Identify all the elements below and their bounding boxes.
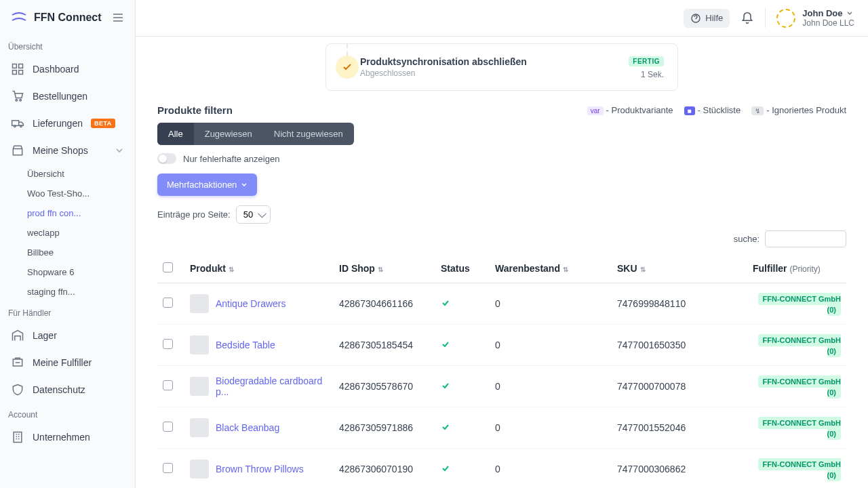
sort-icon[interactable]: ⇅ [563, 266, 568, 273]
svg-point-4 [16, 100, 17, 102]
nav-shop-5[interactable]: Shopware 6 [0, 262, 135, 282]
svg-point-8 [20, 125, 22, 127]
row-checkbox[interactable] [163, 463, 173, 473]
row-checkbox[interactable] [163, 380, 173, 390]
nav-label: Bestellungen [33, 91, 87, 102]
product-thumb [190, 460, 209, 479]
nav-shop-3[interactable]: weclapp [0, 223, 135, 243]
help-button[interactable]: Hilfe [684, 9, 730, 28]
cell-sku: 7477001552046 [612, 407, 747, 449]
row-checkbox[interactable] [163, 422, 173, 432]
user-menu[interactable]: John Doe John Doe LLC [765, 8, 854, 28]
svg-point-5 [20, 100, 22, 102]
nav-shop-4[interactable]: Billbee [0, 243, 135, 262]
building-icon [11, 430, 24, 444]
sort-icon[interactable]: ⇅ [640, 266, 646, 273]
sidebar: FFN Connect Übersicht Dashboard Bestellu… [0, 0, 136, 488]
fulfiller-badge: FFN-CONNECT GmbH (0) [758, 334, 842, 357]
nav-shop-0[interactable]: Übersicht [0, 164, 135, 184]
svg-rect-2 [13, 70, 17, 75]
nav-fulfiller[interactable]: Meine Fulfiller [0, 349, 135, 376]
legend-ign-text: - Ignoriertes Produkt [766, 105, 846, 115]
chevron-down-icon [241, 182, 248, 188]
svg-rect-10 [14, 432, 22, 443]
chevron-down-icon [115, 146, 124, 155]
bulk-actions-button[interactable]: Mehrfachaktionen [157, 174, 257, 196]
help-label: Hilfe [705, 13, 723, 23]
sort-icon[interactable]: ⇅ [229, 266, 234, 273]
product-link[interactable]: Brown Throw Pillows [216, 464, 304, 474]
nav-orders[interactable]: Bestellungen [0, 83, 135, 110]
bulk-label: Mehrfachaktionen [167, 180, 237, 190]
col-priority: (Priority) [789, 264, 820, 274]
nav-dashboard[interactable]: Dashboard [0, 56, 135, 83]
nav-myshops[interactable]: Meine Shops [0, 137, 135, 164]
shield-icon [11, 383, 24, 396]
legend-var-text: - Produktvariante [606, 105, 673, 115]
per-page-select[interactable]: 50 [236, 205, 271, 224]
table-row: Brown Throw Pillows428673060701900747700… [157, 449, 846, 489]
cell-sku: 7477000700078 [612, 366, 747, 407]
hamburger-icon[interactable] [112, 12, 124, 24]
row-checkbox[interactable] [163, 339, 173, 349]
table-row: Biodegradable cardboard p...428673055786… [157, 366, 846, 407]
sync-status-badge: FERTIG [629, 56, 664, 66]
product-link[interactable]: Antique Drawers [216, 298, 286, 309]
sort-icon[interactable]: ⇅ [378, 266, 383, 273]
nav-label: Dashboard [33, 64, 79, 75]
nav-shipments[interactable]: Lieferungen BETA [0, 110, 135, 137]
bell-icon[interactable] [741, 12, 754, 25]
status-check-icon [441, 298, 450, 308]
fulfiller-badge: FFN-CONNECT GmbH (0) [758, 375, 842, 399]
fulfiller-icon [11, 356, 24, 369]
nav-shop-1[interactable]: Woo Test-Sho... [0, 184, 135, 203]
select-all-checkbox[interactable] [163, 262, 173, 272]
nav-privacy[interactable]: Datenschutz [0, 376, 135, 403]
legend-stk-text: - Stückliste [698, 105, 741, 115]
svg-point-7 [14, 125, 16, 127]
product-link[interactable]: Biodegradable cardboard p... [216, 375, 328, 397]
topbar: Hilfe John Doe John Doe LLC [136, 0, 868, 37]
warehouse-icon [11, 329, 24, 342]
legend-stk-chip: ■ [684, 106, 695, 115]
nav-label: Datenschutz [33, 384, 85, 395]
section-merchant: Für Händler [0, 302, 135, 322]
col-product[interactable]: Produkt [190, 263, 226, 274]
legend-ign-chip: ↯ [751, 106, 764, 115]
col-fulfiller: Fulfiller [753, 263, 787, 274]
tab-unassigned[interactable]: Nicht zugewiesen [263, 123, 354, 145]
logo-icon [11, 9, 27, 26]
shop-icon [11, 144, 24, 157]
status-check-icon [441, 340, 450, 349]
nav-warehouse[interactable]: Lager [0, 322, 135, 349]
svg-rect-1 [19, 64, 23, 68]
cell-stock: 0 [490, 366, 612, 407]
user-org: John Doe LLC [802, 18, 854, 28]
svg-rect-0 [13, 64, 17, 68]
fulfiller-badge: FFN-CONNECT GmbH (0) [758, 417, 842, 440]
nav-shop-2[interactable]: prod ffn con... [0, 203, 135, 223]
product-link[interactable]: Black Beanbag [216, 422, 279, 433]
tab-assigned[interactable]: Zugewiesen [194, 123, 263, 145]
row-checkbox[interactable] [163, 298, 173, 308]
nav-label: Lager [33, 330, 57, 341]
cell-idshop: 42867305185454 [334, 325, 435, 366]
table-row: Antique Drawers4286730466116607476999848… [157, 283, 846, 325]
products-table: Produkt⇅ ID Shop⇅ Status Warenbestand⇅ S… [157, 254, 846, 488]
fulfiller-badge: FFN-CONNECT GmbH (0) [758, 458, 842, 481]
search-input[interactable] [765, 230, 846, 247]
col-idshop[interactable]: ID Shop [339, 263, 375, 274]
nav-shop-6[interactable]: staging ffn... [0, 282, 135, 302]
cell-stock: 0 [490, 325, 612, 366]
fulfiller-badge: FFN-CONNECT GmbH (0) [758, 293, 842, 316]
nav-company[interactable]: Unternehmen [0, 424, 135, 451]
cell-idshop: 42867305971886 [334, 407, 435, 449]
col-stock[interactable]: Warenbestand [495, 263, 560, 274]
product-link[interactable]: Bedside Table [216, 340, 275, 350]
user-name: John Doe [802, 8, 842, 18]
only-errors-toggle[interactable] [157, 153, 176, 164]
col-sku[interactable]: SKU [617, 263, 637, 274]
cell-sku: 7476999848110 [612, 283, 747, 325]
tab-all[interactable]: Alle [157, 123, 194, 145]
product-thumb [190, 294, 209, 313]
